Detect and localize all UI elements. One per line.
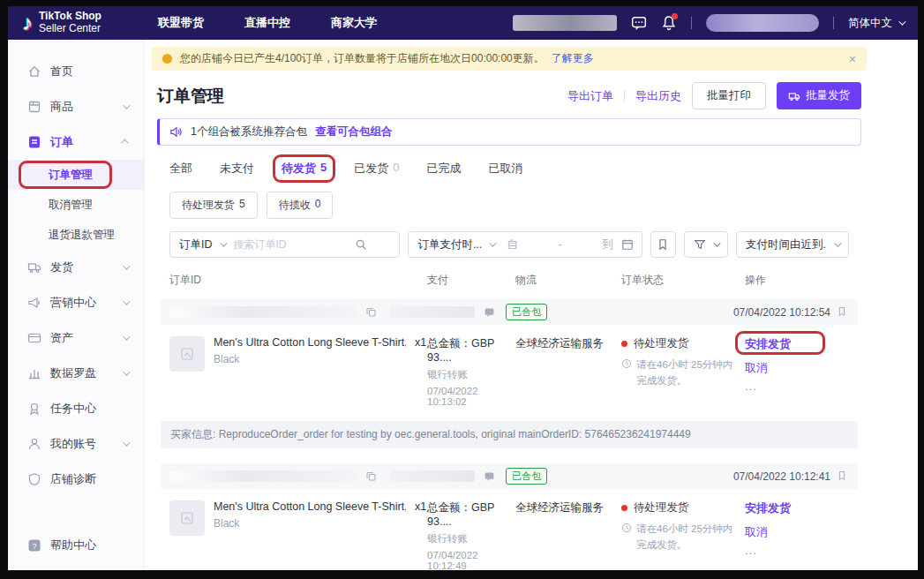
redacted-buyer-name [390, 470, 475, 482]
tab-shipped[interactable]: 已发货0 [354, 161, 399, 177]
sidebar-item-my-account[interactable]: 我的账号 [8, 426, 144, 462]
learn-more-link[interactable]: 了解更多 [552, 51, 594, 66]
home-icon [27, 64, 41, 79]
product-variant: Black [214, 517, 426, 530]
order-id-search-group: 订单ID [169, 231, 400, 258]
shield-icon [27, 472, 41, 486]
nav-academy[interactable]: 商家大学 [331, 15, 377, 31]
batch-ship-button[interactable]: 批量发货 [777, 82, 861, 109]
logistics-service: 全球经济运输服务 [515, 501, 604, 514]
sidebar-label: 商品 [50, 99, 114, 115]
sidebar-item-help-center[interactable]: ? 帮助中心 [8, 528, 144, 563]
topbar-divider [833, 17, 834, 29]
nav-live-console[interactable]: 直播中控 [244, 15, 290, 31]
col-order-status: 订单状态 [621, 273, 745, 288]
search-input[interactable] [234, 238, 347, 251]
notifications-bell-icon[interactable] [661, 15, 677, 31]
order-status-tabs: 全部 未支付 待发货5 已发货0 已完成 已取消 [169, 161, 849, 177]
date-from-placeholder[interactable]: 自 [507, 237, 518, 252]
arrange-shipment-button[interactable]: 安排发货 [745, 336, 791, 352]
tiktok-shop-logo[interactable]: ♪ TikTok Shop Seller Center [22, 11, 101, 35]
batch-print-button[interactable]: 批量打印 [692, 82, 766, 109]
sidebar-item-data-compass[interactable]: 数据罗盘 [8, 356, 144, 391]
export-orders-link[interactable]: 导出订单 [567, 88, 613, 104]
col-actions: 操作 [745, 273, 849, 288]
sidebar-item-home[interactable]: 首页 [8, 54, 144, 89]
view-combinable-link[interactable]: 查看可合包组合 [315, 124, 393, 139]
sidebar-item-cancellation-management[interactable]: 取消管理 [8, 190, 144, 220]
status-label: 待处理发货 [634, 500, 689, 515]
help-icon: ? [27, 538, 41, 553]
chevron-down-icon [123, 297, 130, 305]
sidebar-item-shipping[interactable]: 发货 [8, 250, 144, 285]
tab-cancelled[interactable]: 已取消 [488, 161, 522, 177]
chevron-down-icon [123, 439, 130, 446]
logistics-cell: 全球经济运输服务 [515, 336, 621, 407]
chip-to-collect[interactable]: 待揽收0 [267, 192, 334, 219]
actions-cell: 安排发货 取消 ... [745, 336, 849, 407]
order-timestamp: 07/04/2022 10:12:54 [733, 306, 849, 319]
tab-unpaid[interactable]: 未支付 [220, 161, 254, 177]
export-history-link[interactable]: 导出历史 [635, 88, 681, 104]
nav-affiliate[interactable]: 联盟带货 [158, 15, 204, 31]
sidebar-item-task-center[interactable]: 任务中心 [8, 391, 144, 426]
status-dot [621, 505, 627, 511]
topbar-right: 简体中文 [513, 14, 904, 32]
sidebar-item-order-management[interactable]: 订单管理 [8, 160, 144, 190]
tag-icon[interactable] [837, 306, 849, 319]
cancel-order-button[interactable]: 取消 [745, 524, 849, 540]
chevron-down-icon [220, 239, 227, 246]
logistics-service: 全球经济运输服务 [515, 337, 604, 350]
funnel-icon [694, 238, 706, 251]
more-actions-button[interactable]: ... [745, 544, 849, 557]
sidebar-item-orders[interactable]: 订单 [8, 124, 144, 160]
saved-filter-button[interactable] [650, 231, 676, 258]
status-deadline-note: 请在46小时 25分钟内完成发货。 [636, 357, 738, 389]
sidebar-item-marketing-center[interactable]: 营销中心 [8, 285, 144, 320]
sidebar-label: 数据罗盘 [50, 365, 114, 381]
tag-icon[interactable] [837, 470, 849, 483]
date-to-placeholder[interactable]: 到 [602, 237, 613, 252]
pay-time-select[interactable]: 订单支付时... [409, 237, 503, 252]
chevron-down-icon [123, 262, 130, 269]
payment-time: 07/04/2022 10:12:49 [427, 550, 515, 570]
sidebar-label: 我的账号 [50, 436, 114, 452]
total-label: 总金额： [427, 501, 471, 514]
sidebar-label: 营销中心 [50, 295, 114, 311]
message-buyer-icon[interactable] [484, 306, 496, 319]
search-icon[interactable] [355, 238, 367, 251]
chevron-down-icon [123, 333, 130, 340]
filter-button[interactable] [684, 231, 728, 258]
chat-icon[interactable] [631, 15, 647, 31]
sidebar-item-shop-diagnosis[interactable]: 店铺诊断 [8, 462, 144, 497]
copy-icon[interactable] [365, 306, 378, 319]
message-buyer-icon[interactable] [484, 470, 496, 483]
sidebar-item-return-refund-management[interactable]: 退货退款管理 [8, 220, 144, 250]
copy-icon[interactable] [365, 470, 378, 483]
product-title[interactable]: Men's Ultra Cotton Long Sleeve T-Shirt, … [214, 500, 406, 513]
order-id-select[interactable]: 订单ID [170, 237, 234, 252]
medal-icon [27, 402, 41, 416]
sort-select[interactable]: 支付时间由近到... [736, 231, 849, 258]
sidebar-label: 店铺诊断 [50, 471, 131, 487]
close-icon[interactable]: × [849, 52, 856, 66]
calendar-icon[interactable] [621, 238, 634, 251]
cancel-order-button[interactable]: 取消 [745, 360, 849, 376]
alert-text: 您的店铺今日已产生4/100订单，订单数量将于店铺所在地次日00:00:00更新… [180, 51, 545, 66]
language-selector[interactable]: 简体中文 [848, 16, 904, 31]
sidebar-label: 订单 [50, 134, 114, 150]
arrange-shipment-button[interactable]: 安排发货 [745, 500, 791, 516]
tab-to-ship[interactable]: 待发货5 [282, 161, 327, 177]
more-actions-button[interactable]: ... [745, 380, 849, 393]
chevron-down-icon [123, 368, 130, 375]
product-thumbnail [169, 336, 205, 372]
sidebar-label: 发货 [50, 259, 114, 275]
chip-pending-shipment[interactable]: 待处理发货5 [169, 192, 258, 219]
sidebar-item-products[interactable]: 商品 [8, 89, 144, 124]
tab-all[interactable]: 全部 [169, 161, 192, 177]
tab-completed[interactable]: 已完成 [426, 161, 461, 177]
logo-line2: Seller Center [39, 23, 101, 35]
product-title[interactable]: Men's Ultra Cotton Long Sleeve T-Shirt, … [214, 336, 406, 349]
product-cell: Men's Ultra Cotton Long Sleeve T-Shirt, … [169, 336, 427, 407]
sidebar-item-assets[interactable]: 资产 [8, 320, 144, 356]
